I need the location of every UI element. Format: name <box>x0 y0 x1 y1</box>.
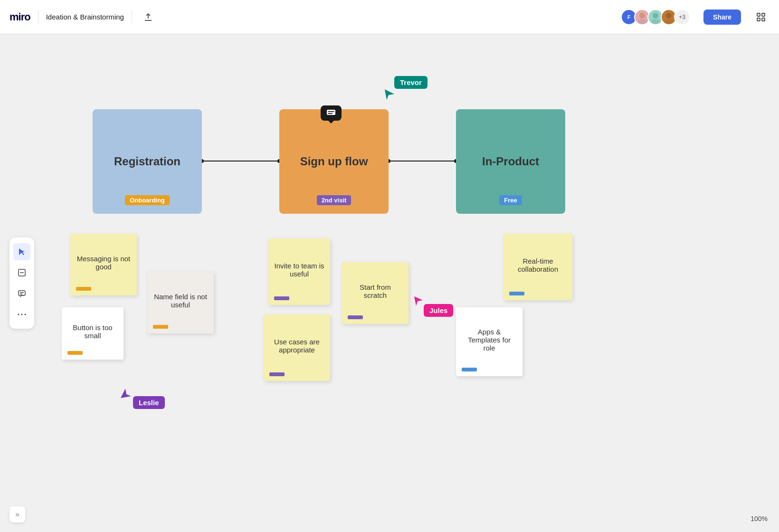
node-inproduct-tag: Free <box>499 195 522 205</box>
header-divider <box>38 10 38 24</box>
cursor-tool-button[interactable] <box>13 243 30 260</box>
svg-point-2 <box>639 13 645 19</box>
left-toolbar <box>10 238 34 329</box>
avatar-count[interactable]: +3 <box>674 9 690 25</box>
svg-rect-27 <box>19 291 25 295</box>
zoom-indicator: 100% <box>750 515 768 522</box>
sticky-use-cases-tag <box>269 372 285 376</box>
node-signup-label: Sign up flow <box>300 155 368 168</box>
board-title[interactable]: Ideation & Brainstorming <box>46 13 124 21</box>
sticky-note-tool-button[interactable] <box>13 264 30 281</box>
svg-marker-24 <box>19 248 25 255</box>
sticky-invite-team-tag <box>274 296 289 300</box>
sticky-use-cases-text: Use cases are appropriate <box>269 338 324 354</box>
svg-point-30 <box>18 314 19 315</box>
svg-rect-9 <box>762 13 765 16</box>
svg-rect-20 <box>328 113 332 114</box>
svg-rect-18 <box>327 110 335 115</box>
sticky-realtime[interactable]: Real-time collaboration <box>504 234 572 300</box>
node-registration-tag: Onboarding <box>125 195 170 205</box>
header: miro Ideation & Brainstorming F +3 Share <box>0 0 779 34</box>
more-tools-button[interactable] <box>13 306 30 323</box>
cursor-leslie: Leslie <box>133 396 165 409</box>
node-inproduct-label: In-Product <box>482 155 539 168</box>
svg-rect-8 <box>757 13 760 16</box>
svg-text:F: F <box>627 15 630 20</box>
svg-marker-23 <box>121 389 131 398</box>
sticky-messaging-tag <box>76 287 91 291</box>
collaborator-avatars: F +3 <box>621 9 690 25</box>
sticky-invite-team[interactable]: Invite to team is useful <box>268 238 330 305</box>
sticky-button-small-text: Button is too small <box>67 323 118 340</box>
svg-point-32 <box>25 314 26 315</box>
node-registration-label: Registration <box>114 155 180 168</box>
node-inproduct[interactable]: In-Product Free <box>456 109 565 214</box>
sticky-start-scratch[interactable]: Start from scratch <box>342 262 408 324</box>
cursor-jules-arrow <box>412 294 425 307</box>
svg-point-6 <box>666 13 672 19</box>
sticky-apps-templates-tag <box>462 368 477 371</box>
sticky-invite-team-text: Invite to team is useful <box>274 262 324 278</box>
svg-rect-19 <box>328 111 334 112</box>
sticky-apps-templates[interactable]: Apps & Templates for role <box>456 307 522 376</box>
node-registration[interactable]: Registration Onboarding <box>93 109 202 214</box>
svg-marker-21 <box>385 89 394 100</box>
canvas[interactable]: Registration Onboarding Sign up flow 2nd… <box>0 34 779 532</box>
sticky-realtime-text: Real-time collaboration <box>509 257 567 273</box>
share-button[interactable]: Share <box>703 10 741 25</box>
sticky-name-field-text: Name field is not useful <box>153 293 208 309</box>
node-signup[interactable]: Sign up flow 2nd visit <box>279 109 389 214</box>
comment-bubble[interactable] <box>321 105 342 121</box>
svg-point-3 <box>637 19 647 24</box>
sticky-apps-templates-text: Apps & Templates for role <box>462 328 517 352</box>
sticky-realtime-tag <box>509 292 524 295</box>
sticky-start-scratch-text: Start from scratch <box>348 283 403 299</box>
upload-button[interactable] <box>140 9 157 26</box>
cursor-trevor: Trevor <box>394 76 428 89</box>
cursor-leslie-arrow <box>119 387 131 399</box>
header-divider-2 <box>132 10 132 24</box>
sticky-button-small[interactable]: Button is too small <box>62 307 124 360</box>
sticky-name-field-tag <box>153 325 168 329</box>
svg-point-4 <box>653 13 658 19</box>
svg-marker-22 <box>414 296 423 306</box>
svg-rect-11 <box>762 18 765 21</box>
svg-rect-10 <box>757 18 760 21</box>
sticky-messaging[interactable]: Messaging is not good <box>70 234 137 295</box>
expand-icon: » <box>15 510 19 518</box>
sticky-button-small-tag <box>67 351 83 355</box>
svg-point-31 <box>21 314 23 315</box>
expand-button[interactable]: » <box>10 506 25 522</box>
comment-tool-button[interactable] <box>13 285 30 302</box>
sticky-messaging-text: Messaging is not good <box>76 255 131 271</box>
miro-logo: miro <box>10 11 30 23</box>
sticky-name-field[interactable]: Name field is not useful <box>147 272 214 333</box>
node-signup-tag: 2nd visit <box>317 195 352 205</box>
menu-icon-button[interactable] <box>752 9 770 26</box>
svg-point-7 <box>664 19 674 24</box>
cursor-trevor-arrow <box>383 87 396 101</box>
cursor-jules: Jules <box>424 304 453 317</box>
sticky-use-cases[interactable]: Use cases are appropriate <box>264 314 330 381</box>
sticky-start-scratch-tag <box>348 315 363 319</box>
svg-point-5 <box>651 19 660 24</box>
